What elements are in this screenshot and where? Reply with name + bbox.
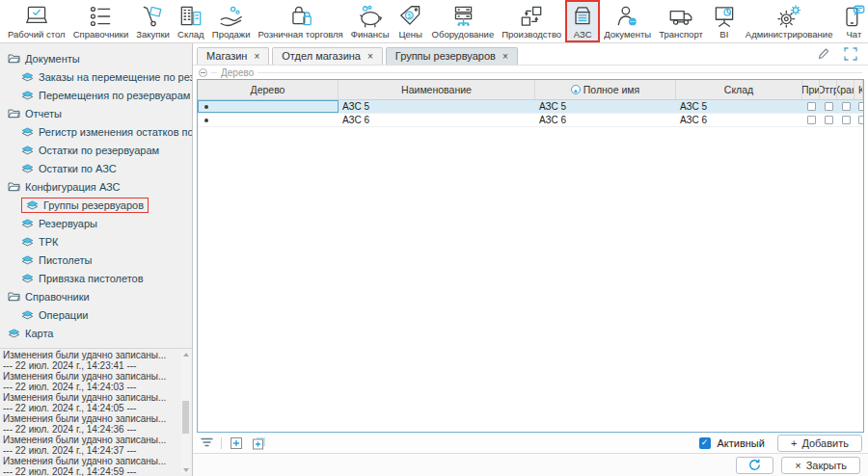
nav-tree: Документы Заказы на перемещение по резер…: [0, 43, 192, 348]
layers-icon: [21, 145, 34, 155]
refresh-button[interactable]: [736, 457, 773, 474]
maximize-icon[interactable]: [843, 46, 858, 61]
log-timestamp: --- 22 июл. 2024 г., 14:24:59 ---: [3, 466, 178, 476]
plus-icon: +: [791, 437, 797, 449]
log-scrollbar[interactable]: [181, 351, 190, 474]
column-header-warehouse[interactable]: Склад: [676, 80, 802, 99]
toolbar-item-retail[interactable]: Розничная торговля: [255, 0, 347, 42]
checkbox-cell: [802, 114, 820, 126]
sidebar-item-tank-moves[interactable]: Перемещения по резервуарам: [0, 86, 192, 104]
production-icon: [518, 3, 545, 29]
column-header-name[interactable]: Наименование: [339, 80, 535, 99]
row-checkbox[interactable]: [858, 116, 864, 124]
sidebar-item-nozzle-binding[interactable]: Привязка пистолетов: [0, 269, 192, 287]
tab-store-department[interactable]: Отдел магазина×: [272, 47, 383, 65]
toolbar-item-finance[interactable]: Финансы: [347, 0, 393, 42]
column-header-tree[interactable]: Дерево: [198, 80, 339, 99]
sidebar-item-tank-move-orders[interactable]: Заказы на перемещение по резервуарам: [0, 67, 192, 86]
toolbar-item-sales[interactable]: Продажи: [208, 0, 255, 42]
column-header-hran[interactable]: Хран: [837, 80, 854, 99]
checkbox-cell: [854, 114, 864, 126]
row-checkbox[interactable]: [825, 102, 833, 111]
sidebar-item-azs-balances[interactable]: Остатки по АЗС: [0, 159, 192, 177]
table-row[interactable]: АЗС 6 АЗС 6 АЗС 6: [198, 114, 863, 127]
tree-group-header: Дерево: [193, 66, 868, 79]
sidebar-item-tank-balance-register[interactable]: Регистр изменения остатков по резервуара…: [0, 122, 192, 141]
add-button[interactable]: +Добавить: [777, 435, 862, 452]
layers-icon: [21, 274, 34, 283]
toolbar-item-transport[interactable]: Транспорт: [655, 0, 707, 42]
table-row[interactable]: АЗС 5 АЗС 5 АЗС 5: [198, 100, 863, 114]
sidebar-item-tank-balances[interactable]: Остатки по резервуарам: [0, 141, 192, 159]
tab-tank-groups[interactable]: Группы резервуаров×: [386, 47, 518, 65]
filter-button[interactable]: [199, 436, 214, 450]
tab-close-icon[interactable]: ×: [254, 51, 259, 62]
expand-all-button[interactable]: [229, 436, 244, 450]
log-entry: Изменения были удачно записаны...: [3, 371, 178, 382]
toolbar-item-purchases[interactable]: Закупки: [132, 0, 174, 42]
tree-cell: [198, 100, 339, 113]
row-checkbox[interactable]: [807, 116, 816, 124]
folder-icon: [8, 53, 20, 64]
toolbar-item-catalogs[interactable]: Справочники: [69, 0, 133, 42]
tab-store[interactable]: Магазин×: [197, 47, 269, 65]
sidebar-item-azs-configuration[interactable]: Конфигурация АЗС: [0, 177, 192, 196]
tab-close-icon[interactable]: ×: [367, 51, 373, 62]
expand-branch-button[interactable]: [251, 436, 266, 450]
tab-close-icon[interactable]: ×: [502, 51, 508, 62]
column-header-pri[interactable]: При: [802, 80, 820, 99]
active-checkbox[interactable]: ✓: [699, 437, 711, 449]
row-checkbox[interactable]: [825, 116, 833, 124]
tree-node-dot: [204, 105, 208, 109]
column-header-otgr[interactable]: Отгр: [820, 80, 837, 99]
sidebar-item-reports[interactable]: Отчеты: [0, 104, 192, 122]
toolbar-item-administration[interactable]: Администрирование: [742, 0, 837, 42]
table-footer: ✓ Активный +Добавить: [193, 433, 868, 453]
row-checkbox[interactable]: [807, 102, 816, 111]
checkbox-cell: [820, 100, 837, 113]
retail-icon: [287, 3, 314, 29]
table-empty-area: [198, 127, 863, 432]
toolbar-item-equipment[interactable]: Оборудование: [428, 0, 499, 42]
toolbar-item-documents[interactable]: Документы: [600, 0, 655, 42]
toolbar-item-desktop[interactable]: Рабочий стол: [4, 0, 69, 42]
scroll-down-icon[interactable]: [183, 468, 189, 472]
log-timestamp: --- 22 июл. 2024 г., 14:24:36 ---: [3, 424, 178, 435]
sidebar-item-trk[interactable]: ТРК: [0, 232, 192, 251]
sidebar-item-tanks[interactable]: Резервуары: [0, 214, 192, 232]
highlighted-nav-item: Группы резервуаров: [21, 198, 149, 213]
sidebar-item-map[interactable]: Карта: [0, 324, 192, 342]
close-button[interactable]: ×Закрыть: [781, 457, 860, 474]
row-checkbox[interactable]: [842, 102, 851, 111]
tab-bar: Магазин× Отдел магазина× Группы резервуа…: [193, 43, 868, 66]
toolbar-item-azs[interactable]: АЗС: [565, 0, 600, 42]
collapse-icon[interactable]: [199, 68, 207, 77]
equipment-icon: [449, 3, 476, 29]
toolbar-item-bi[interactable]: BI: [707, 0, 742, 42]
sidebar-item-nozzles[interactable]: Пистолеты: [0, 251, 192, 269]
column-header-full-name[interactable]: ▴Полное имя: [535, 80, 676, 99]
row-checkbox[interactable]: [858, 102, 864, 111]
column-header-komi[interactable]: Коми: [854, 80, 863, 99]
edit-icon[interactable]: [816, 46, 831, 61]
table-header: Дерево Наименование ▴Полное имя Склад Пр…: [198, 80, 863, 100]
sidebar-item-tank-groups[interactable]: Группы резервуаров: [0, 196, 192, 214]
sidebar-item-operations[interactable]: Операции: [0, 305, 192, 324]
checkbox-cell: [837, 114, 854, 126]
toolbar-item-prices[interactable]: $ Цены: [393, 0, 428, 42]
scroll-thumb[interactable]: [182, 401, 189, 434]
sidebar-item-documents[interactable]: Документы: [0, 49, 192, 67]
sidebar-item-catalogs[interactable]: Справочники: [0, 287, 192, 305]
log-entry: Изменения были удачно записаны...: [3, 435, 178, 445]
scroll-up-icon[interactable]: [183, 353, 189, 357]
documents-icon: [614, 3, 641, 29]
row-checkbox[interactable]: [842, 116, 851, 124]
main-toolbar: Рабочий стол Справочники Закупки Склад П…: [0, 0, 868, 43]
toolbar-item-chat[interactable]: Чат: [836, 0, 868, 42]
log-timestamp: --- 22 июл. 2024 г., 14:24:03 ---: [3, 382, 178, 392]
toolbar-item-warehouse[interactable]: Склад: [174, 0, 208, 42]
log-timestamp: --- 22 июл. 2024 г., 14:23:41 ---: [3, 360, 178, 371]
toolbar-item-production[interactable]: Производство: [498, 0, 565, 42]
folder-icon: [8, 181, 20, 192]
tank-groups-table: Дерево Наименование ▴Полное имя Склад Пр…: [197, 79, 864, 433]
